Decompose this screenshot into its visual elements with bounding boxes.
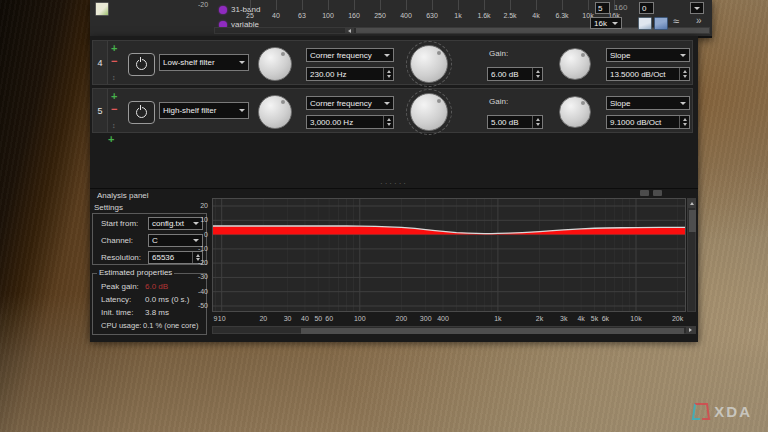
gain-knob[interactable] (410, 45, 448, 83)
graph-tool-icon-2[interactable] (653, 190, 662, 196)
xda-logo-text: XDA (714, 403, 752, 420)
splitter-handle[interactable]: ······ (370, 179, 418, 188)
ruler-tick (458, 0, 459, 10)
filter-row-4: 4 + − ↕ Low-shelf filter Corner frequenc… (92, 40, 693, 85)
band-scrollbar-left-arrow[interactable] (345, 28, 354, 33)
init-time-label: Init. time: (101, 308, 133, 317)
slope-knob[interactable] (559, 48, 591, 80)
power-icon (136, 59, 147, 70)
param3-selector-dropdown[interactable]: Slope (606, 48, 690, 62)
gain-knob[interactable] (410, 93, 448, 131)
ruler-tick (328, 0, 329, 10)
response-plot (212, 198, 686, 312)
add-filter-button[interactable]: + (111, 92, 117, 101)
ruler-tick (276, 0, 277, 10)
graph-hscroll-right-arrow[interactable] (686, 327, 695, 333)
frequency-ruler: 2540631001602504006301k1.6k2.5k4k6.3k10k… (90, 0, 650, 24)
resolution-label: Resolution: (101, 253, 141, 262)
save-config-icon[interactable] (654, 17, 668, 30)
ruler-tick (510, 0, 511, 10)
graph-hscrollbar[interactable] (212, 326, 696, 334)
range-dropdown[interactable]: 16k (590, 17, 622, 29)
y-tick-label: -50 (190, 301, 208, 310)
estimated-properties-title: Estimated properties (97, 268, 174, 277)
xda-watermark: XDA (693, 403, 752, 420)
ruler-tick-label: 63 (289, 12, 315, 19)
graph-vscroll-thumb[interactable] (689, 210, 696, 232)
filter-power-button[interactable] (128, 101, 155, 124)
peak-gain-value: 6.0 dB (145, 282, 168, 291)
graph-vscrollbar[interactable] (687, 198, 696, 312)
gain-value-spinner[interactable]: 5.00 dB (487, 115, 543, 129)
band-gain-spinner[interactable]: 0 (639, 2, 654, 14)
x-tick-label: 100 (347, 314, 373, 323)
slope-knob[interactable] (559, 96, 591, 128)
y-tick-label: -10 (190, 244, 208, 253)
gain-value-spinner[interactable]: 6.00 dB (487, 67, 543, 81)
filter-type-dropdown[interactable]: High-shelf filter (159, 102, 249, 119)
wave-display-icon[interactable]: ≈ (673, 15, 679, 27)
frequency-knob[interactable] (258, 95, 292, 129)
graph-hscroll-thumb[interactable] (301, 328, 684, 334)
x-tick-label: 60 (316, 314, 342, 323)
ruler-tick-label: 25 (237, 12, 263, 19)
y-tick-label: 10 (190, 215, 208, 224)
param1-selector-dropdown[interactable]: Corner frequency (306, 48, 394, 62)
filter-row-number: 5 (93, 89, 108, 132)
power-icon (136, 107, 147, 118)
gain-label: Gain: (489, 97, 508, 107)
ruler-tick (536, 0, 537, 10)
graph-tool-icon-1[interactable] (640, 190, 649, 196)
start-from-label: Start from: (101, 219, 138, 228)
ruler-tick-label: 1k (445, 12, 471, 19)
ruler-tick (484, 0, 485, 10)
frequency-knob[interactable] (258, 47, 292, 81)
ruler-tick-label: 4k (523, 12, 549, 19)
y-tick-label: 0 (190, 230, 208, 239)
analysis-panel-title: Analysis panel (97, 191, 149, 201)
band-scrollbar[interactable] (214, 27, 710, 34)
eq-main-panel: 4 + − ↕ Low-shelf filter Corner frequenc… (90, 36, 698, 341)
ruler-tick-label: 250 (367, 12, 393, 19)
ruler-tick-label: 100 (315, 12, 341, 19)
filter-row-number: 4 (93, 41, 108, 84)
load-config-icon[interactable] (638, 17, 652, 30)
param1-selector-dropdown[interactable]: Corner frequency (306, 96, 394, 110)
append-filter-button[interactable]: + (108, 135, 114, 144)
reorder-handle-icon[interactable]: ↕ (112, 74, 116, 81)
filter-type-dropdown[interactable]: Low-shelf filter (159, 54, 249, 71)
band-count-spinner[interactable]: 5 (595, 2, 610, 14)
latency-label: Latency: (101, 295, 131, 304)
reorder-handle-icon[interactable]: ↕ (112, 122, 116, 129)
param3-value-spinner[interactable]: 9.1000 dB/Oct (606, 115, 690, 129)
band-freq-value: 160 (614, 3, 627, 12)
remove-filter-button[interactable]: − (111, 105, 117, 114)
param1-value-spinner[interactable]: 230.00 Hz (306, 67, 394, 81)
param1-value-spinner[interactable]: 3,000.00 Hz (306, 115, 394, 129)
x-tick-label: 20 (250, 314, 276, 323)
x-tick-label: 200 (388, 314, 414, 323)
graph-vscroll-up-arrow[interactable] (688, 199, 695, 208)
ruler-tick (250, 0, 251, 10)
param3-selector-dropdown[interactable]: Slope (606, 96, 690, 110)
ruler-tick-label: 160 (341, 12, 367, 19)
channel-label: Channel: (101, 236, 133, 245)
x-tick-label: 20k (665, 314, 691, 323)
ruler-tick-label: 6.3k (549, 12, 575, 19)
filter-power-button[interactable] (128, 53, 155, 76)
y-axis-labels: 20100-10-20-30-40-50 (190, 189, 210, 319)
init-time-value: 3.8 ms (145, 308, 169, 318)
add-filter-button[interactable]: + (111, 44, 117, 53)
param3-value-spinner[interactable]: 13.5000 dB/Oct (606, 67, 690, 81)
xda-logo-bracket-right-icon (700, 403, 710, 420)
expand-more-button[interactable]: » (696, 15, 702, 26)
y-tick-label: 20 (190, 201, 208, 210)
ruler-tick (354, 0, 355, 10)
y-tick-label: -30 (190, 272, 208, 281)
ruler-tick (406, 0, 407, 10)
ruler-tick (380, 0, 381, 10)
ruler-tick-label: 40 (263, 12, 289, 19)
remove-filter-button[interactable]: − (111, 57, 117, 66)
band-options-dropdown[interactable] (690, 2, 704, 14)
peak-gain-label: Peak gain: (101, 282, 139, 291)
